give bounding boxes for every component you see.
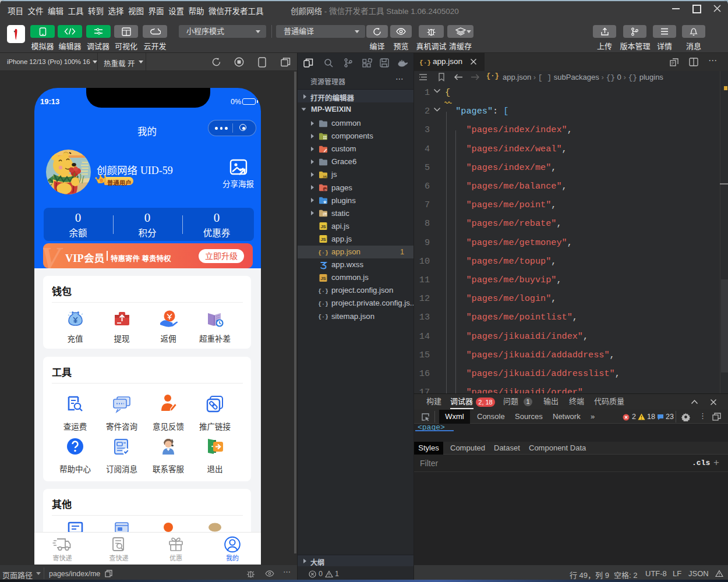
svg-text:JS: JS [320, 276, 326, 281]
svg-text:JS: JS [320, 237, 326, 242]
svg-text:JS: JS [323, 175, 328, 179]
svg-text:JS: JS [320, 224, 326, 229]
svg-text:{·}: {·} [319, 288, 328, 294]
svg-text:{·}: {·} [319, 250, 328, 256]
svg-text:{·}: {·} [319, 314, 328, 321]
svg-text:{·}: {·} [319, 301, 328, 307]
svg-text:{·}: {·} [420, 59, 430, 66]
